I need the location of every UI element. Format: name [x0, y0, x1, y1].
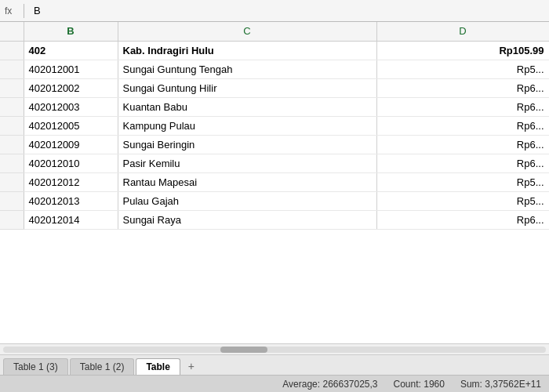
formula-value: B — [29, 5, 41, 16]
cell-c-6[interactable]: Pasir Kemilu — [118, 154, 376, 172]
cell-d-9[interactable]: Rp6... — [376, 210, 549, 229]
row-number — [0, 191, 24, 210]
cell-c-0[interactable]: Kab. Indragiri Hulu — [118, 41, 376, 60]
horizontal-scrollbar[interactable] — [0, 343, 549, 354]
formula-bar: fx B — [0, 0, 549, 22]
column-header-b[interactable]: B — [24, 22, 118, 41]
sheet-tab-0[interactable]: Table 1 (3) — [3, 358, 68, 375]
cell-b-5[interactable]: 402012009 — [24, 135, 118, 154]
cell-d-1[interactable]: Rp5... — [376, 60, 549, 78]
table-row: 402012013Pulau GajahRp5... — [0, 191, 549, 210]
status-bar: Average: 266637025,3 Count: 1960 Sum: 3,… — [0, 375, 549, 392]
cell-b-9[interactable]: 402012014 — [24, 210, 118, 229]
table-row: 402012009Sungai BeringinRp6... — [0, 135, 549, 154]
row-number — [0, 210, 24, 229]
cell-c-2[interactable]: Sungai Guntung Hilir — [118, 78, 376, 97]
formula-divider — [24, 4, 24, 18]
cell-b-4[interactable]: 402012005 — [24, 116, 118, 135]
cell-b-7[interactable]: 402012012 — [24, 172, 118, 191]
cell-d-4[interactable]: Rp6... — [376, 116, 549, 135]
cell-b-1[interactable]: 402012001 — [24, 60, 118, 78]
table-row: 402012005Kampung PulauRp6... — [0, 116, 549, 135]
cell-d-3[interactable]: Rp6... — [376, 97, 549, 116]
table-row: 402012014Sungai RayaRp6... — [0, 210, 549, 229]
sheet-tabs-bar: Table 1 (3) Table 1 (2) Table + — [0, 354, 549, 375]
cell-c-8[interactable]: Pulau Gajah — [118, 191, 376, 210]
row-number — [0, 41, 24, 60]
cell-b-8[interactable]: 402012013 — [24, 191, 118, 210]
row-number — [0, 78, 24, 97]
row-number — [0, 154, 24, 172]
cell-b-3[interactable]: 402012003 — [24, 97, 118, 116]
row-number — [0, 172, 24, 191]
cell-d-5[interactable]: Rp6... — [376, 135, 549, 154]
status-sum: Sum: 3,37562E+11 — [460, 379, 541, 390]
cell-c-4[interactable]: Kampung Pulau — [118, 116, 376, 135]
grid-table: B C D 402Kab. Indragiri HuluRp105.994020… — [0, 22, 549, 230]
sheet-tab-2[interactable]: Table — [136, 358, 180, 375]
table-row: 402012003Kuantan BabuRp6... — [0, 97, 549, 116]
scroll-track[interactable] — [3, 347, 546, 353]
formula-fx-label: fx — [5, 5, 19, 16]
column-header-d[interactable]: D — [376, 22, 549, 41]
add-sheet-button[interactable]: + — [182, 358, 201, 375]
cell-c-1[interactable]: Sungai Guntung Tengah — [118, 60, 376, 78]
row-number — [0, 135, 24, 154]
table-row: 402012012Rantau MapesaiRp5... — [0, 172, 549, 191]
table-row: 402012010Pasir KemiluRp6... — [0, 154, 549, 172]
cell-c-5[interactable]: Sungai Beringin — [118, 135, 376, 154]
scroll-thumb[interactable] — [220, 347, 267, 353]
table-row: 402012001Sungai Guntung TengahRp5... — [0, 60, 549, 78]
column-header-c[interactable]: C — [118, 22, 376, 41]
table-row: 402Kab. Indragiri HuluRp105.99 — [0, 41, 549, 60]
cell-d-7[interactable]: Rp5... — [376, 172, 549, 191]
spreadsheet-area: B C D 402Kab. Indragiri HuluRp105.994020… — [0, 22, 549, 343]
sheet-tab-1[interactable]: Table 1 (2) — [70, 358, 135, 375]
cell-b-6[interactable]: 402012010 — [24, 154, 118, 172]
cell-d-0[interactable]: Rp105.99 — [376, 41, 549, 60]
cell-b-2[interactable]: 402012002 — [24, 78, 118, 97]
status-count: Count: 1960 — [394, 379, 445, 390]
cell-c-3[interactable]: Kuantan Babu — [118, 97, 376, 116]
row-number — [0, 97, 24, 116]
corner-header — [0, 22, 24, 41]
cell-b-0[interactable]: 402 — [24, 41, 118, 60]
cell-d-8[interactable]: Rp5... — [376, 191, 549, 210]
cell-d-6[interactable]: Rp6... — [376, 154, 549, 172]
status-average: Average: 266637025,3 — [282, 379, 377, 390]
cell-c-9[interactable]: Sungai Raya — [118, 210, 376, 229]
row-number — [0, 116, 24, 135]
table-row: 402012002Sungai Guntung HilirRp6... — [0, 78, 549, 97]
row-number — [0, 60, 24, 78]
cell-c-7[interactable]: Rantau Mapesai — [118, 172, 376, 191]
cell-d-2[interactable]: Rp6... — [376, 78, 549, 97]
